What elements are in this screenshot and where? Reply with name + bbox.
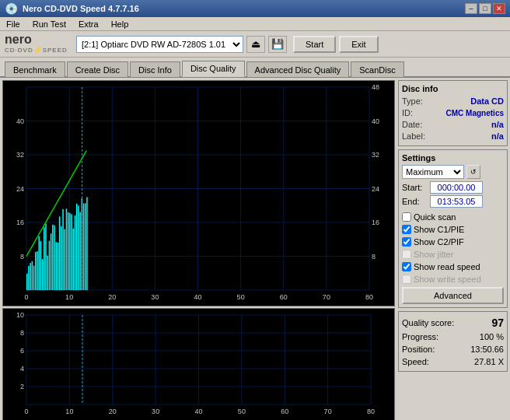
tab-disc-quality[interactable]: Disc Quality [182, 61, 245, 77]
menu-help[interactable]: Help [108, 19, 132, 30]
show-jitter-label: Show jitter [414, 248, 453, 261]
menu-file[interactable]: File [3, 19, 23, 30]
quick-scan-checkbox[interactable] [402, 212, 411, 222]
show-c2-label: Show C2/PIF [414, 236, 464, 248]
speed-selector[interactable]: Maximum [402, 165, 464, 179]
date-value: n/a [491, 119, 504, 131]
quality-panel: Quality score: 97 Progress: 100 % Positi… [398, 311, 508, 372]
drive-selector[interactable]: [2:1] Optiarc DVD RW AD-7280S 1.01 [76, 36, 243, 53]
maximize-button[interactable]: □ [479, 3, 491, 14]
label-label: Label: [402, 131, 425, 142]
chart-area [2, 80, 395, 419]
show-read-speed-label: Show read speed [414, 261, 480, 273]
tab-advanced-disc-quality[interactable]: Advanced Disc Quality [246, 61, 350, 77]
progress-label: Progress: [402, 331, 438, 343]
speed-value: 27.81 X [474, 355, 504, 368]
show-write-speed-checkbox[interactable] [402, 275, 411, 284]
toolbar: nero CD·DVD⚡SPEED [2:1] Optiarc DVD RW A… [0, 31, 510, 58]
show-jitter-checkbox[interactable] [402, 250, 411, 259]
type-value: Data CD [470, 96, 504, 107]
show-jitter-row: Show jitter [402, 248, 504, 261]
quick-scan-row: Quick scan [402, 211, 504, 223]
quality-score-label: Quality score: [402, 318, 454, 327]
title-bar: 💿 Nero CD-DVD Speed 4.7.7.16 – □ ✕ [0, 0, 510, 17]
progress-value: 100 % [480, 331, 504, 343]
settings-panel: Settings Maximum ↺ Start: End: Quick sca… [398, 149, 508, 308]
tab-scan-disc[interactable]: ScanDisc [351, 61, 403, 77]
menu-bar: File Run Test Extra Help [0, 17, 510, 31]
end-time-label: End: [402, 197, 427, 206]
id-label: ID: [402, 107, 413, 119]
disc-info-panel: Disc info Type: Data CD ID: CMC Magnetic… [398, 80, 508, 146]
tab-create-disc[interactable]: Create Disc [67, 61, 128, 77]
show-read-speed-checkbox[interactable] [402, 262, 411, 271]
menu-extra[interactable]: Extra [75, 19, 102, 30]
show-c2-row: Show C2/PIF [402, 236, 504, 248]
position-label: Position: [402, 343, 435, 355]
app-icon: 💿 [5, 2, 18, 15]
window-title: Nero CD-DVD Speed 4.7.7.16 [23, 4, 139, 13]
show-c1-row: Show C1/PIE [402, 223, 504, 236]
tab-bar: Benchmark Create Disc Disc Info Disc Qua… [0, 58, 510, 78]
show-read-speed-row: Show read speed [402, 261, 504, 273]
label-value: n/a [491, 131, 504, 142]
menu-run-test[interactable]: Run Test [30, 19, 69, 30]
close-button[interactable]: ✕ [493, 3, 505, 14]
show-c2-checkbox[interactable] [402, 237, 411, 247]
type-label: Type: [402, 96, 423, 107]
refresh-button[interactable]: ↺ [466, 165, 480, 179]
nero-logo: nero CD·DVD⚡SPEED [5, 33, 67, 55]
quality-score-value: 97 [491, 317, 504, 329]
position-value: 13:50.66 [470, 343, 504, 355]
show-write-speed-row: Show write speed [402, 273, 504, 285]
quick-scan-label: Quick scan [414, 211, 456, 223]
show-write-speed-label: Show write speed [414, 273, 481, 285]
show-c1-label: Show C1/PIE [414, 223, 464, 236]
start-time-label: Start: [402, 183, 427, 192]
start-button[interactable]: Start [293, 36, 336, 53]
start-time-input[interactable] [430, 181, 483, 194]
exit-button[interactable]: Exit [339, 36, 378, 53]
eject-button[interactable]: ⏏ [246, 36, 265, 53]
speed-label: Speed: [402, 355, 429, 368]
settings-title: Settings [402, 153, 504, 163]
right-panel: Disc info Type: Data CD ID: CMC Magnetic… [398, 80, 508, 419]
disc-info-title: Disc info [402, 84, 504, 93]
tab-disc-info[interactable]: Disc Info [130, 61, 180, 77]
id-value: CMC Magnetics [446, 107, 504, 119]
title-controls: – □ ✕ [465, 3, 505, 14]
tab-benchmark[interactable]: Benchmark [5, 61, 65, 77]
chart-bottom [2, 308, 395, 420]
main-content: Disc info Type: Data CD ID: CMC Magnetic… [0, 78, 510, 420]
advanced-button[interactable]: Advanced [402, 287, 504, 304]
end-time-input[interactable] [430, 195, 483, 208]
minimize-button[interactable]: – [465, 3, 477, 14]
show-c1-checkbox[interactable] [402, 225, 411, 234]
date-label: Date: [402, 119, 422, 131]
title-bar-left: 💿 Nero CD-DVD Speed 4.7.7.16 [5, 2, 139, 15]
save-button[interactable]: 💾 [268, 36, 287, 53]
chart-top [2, 80, 395, 306]
